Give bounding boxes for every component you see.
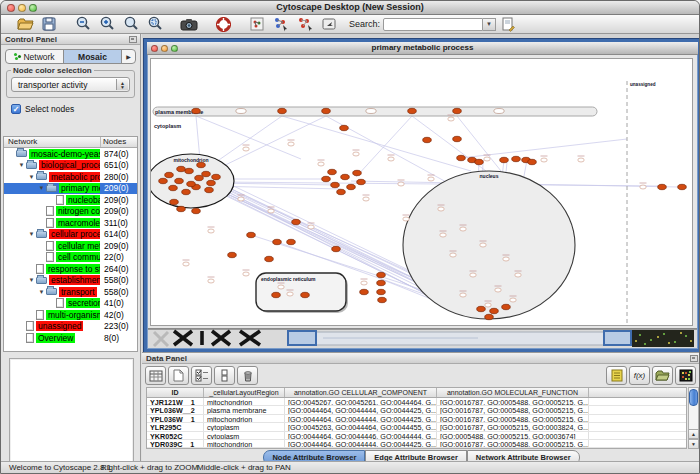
select-nodes-checkbox[interactable]: ✓ bbox=[11, 104, 21, 114]
expand-arrow[interactable]: ▼ bbox=[27, 277, 36, 283]
tree-row-biological-process[interactable]: ▼biological_process651(0) bbox=[4, 160, 137, 172]
file-icon bbox=[56, 195, 64, 205]
vizmapper-icon[interactable] bbox=[270, 16, 292, 33]
network-tree: Network Nodes mosaic-demo-yeast874(0) ▼b… bbox=[3, 136, 138, 352]
function-builder-icon[interactable]: f(x) bbox=[629, 366, 650, 385]
zoom-out-icon[interactable] bbox=[72, 16, 94, 33]
folder-icon bbox=[36, 173, 47, 180]
scrollbar-arrows[interactable]: ▲▼ bbox=[688, 429, 699, 449]
tree-count: 311(0) bbox=[104, 218, 128, 228]
tree-count: 558(0) bbox=[104, 287, 129, 297]
tree-label: unassigned bbox=[36, 321, 83, 331]
table-row[interactable]: YPL036W__2plasma membrane[GO:0044464, GO… bbox=[147, 406, 686, 414]
zoom-fit-icon[interactable] bbox=[120, 16, 142, 33]
expand-arrow[interactable]: ▼ bbox=[37, 185, 46, 191]
tab-overflow-arrow-icon[interactable]: ▶ bbox=[122, 50, 135, 63]
network-canvas[interactable]: plasma membrane cytoplasm mitochondrion … bbox=[150, 58, 693, 326]
table-row[interactable]: YPL036W__1mitochondrion[GO:0044464, GO:0… bbox=[147, 415, 686, 423]
new-attribute-icon[interactable] bbox=[168, 366, 189, 385]
expand-arrow[interactable]: ▼ bbox=[37, 289, 46, 295]
endoplasmic-reticulum-label: endoplasmic reticulum bbox=[261, 276, 316, 282]
table-row[interactable]: YJR121W__1mitochondrion[GO:0045267, GO:0… bbox=[147, 398, 686, 406]
tree-count: 209(0) bbox=[104, 183, 129, 193]
tree-row-cellular-process[interactable]: ▼cellular process614(0) bbox=[4, 229, 137, 241]
scroll-down-icon[interactable]: ▼ bbox=[688, 439, 699, 449]
network-view-window[interactable]: primary metabolic process bbox=[144, 39, 700, 352]
tree-row-primary-metabolic[interactable]: ▼primary metabo209(0) bbox=[4, 183, 137, 195]
network-graph[interactable]: plasma membrane cytoplasm mitochondrion … bbox=[151, 59, 694, 327]
attribute-table[interactable]: ID _cellularLayoutRegion annotation.GO C… bbox=[146, 387, 687, 449]
tree-row-nucleobase[interactable]: nucleobase-209(0) bbox=[4, 194, 137, 206]
snapshot-icon[interactable] bbox=[178, 16, 200, 33]
attribute-notes-icon[interactable] bbox=[606, 366, 627, 385]
tree-count: 8(0) bbox=[104, 333, 119, 343]
window-titlebar[interactable]: Cytoscape Desktop (New Session) bbox=[1, 1, 699, 15]
tab-network[interactable]: Network bbox=[6, 50, 64, 63]
file-icon bbox=[46, 218, 54, 228]
tree-col-nodes[interactable]: Nodes bbox=[101, 137, 137, 147]
network-window-titlebar[interactable]: primary metabolic process bbox=[147, 42, 698, 55]
tree-row-establishment[interactable]: ▼establishment of lo558(0) bbox=[4, 275, 137, 287]
help-ring-icon[interactable] bbox=[212, 16, 234, 33]
network-tab-icon bbox=[14, 53, 21, 60]
col-id[interactable]: ID bbox=[147, 388, 204, 397]
tree-row-multi-organism[interactable]: multi-organism pro42(0) bbox=[4, 309, 137, 321]
cell-id: YDR039C__1 bbox=[147, 440, 204, 447]
tree-row-nitrogen-compound[interactable]: nitrogen compo209(0) bbox=[4, 206, 137, 218]
tree-row-metabolic-process[interactable]: ▼metabolic process280(0) bbox=[4, 171, 137, 183]
import-attributes-icon[interactable] bbox=[652, 366, 673, 385]
tree-row-response-to-stimulus[interactable]: response to stimulu264(0) bbox=[4, 263, 137, 275]
tree-count: 651(0) bbox=[104, 160, 129, 170]
search-dropdown-arrow-icon[interactable]: ▼ bbox=[483, 18, 496, 31]
save-icon[interactable] bbox=[38, 16, 60, 33]
float-panel-icon[interactable] bbox=[690, 355, 698, 362]
import-network-icon[interactable] bbox=[246, 16, 268, 33]
tree-row-secretion[interactable]: secretion41(0) bbox=[4, 298, 137, 310]
tree-label: cell communicat bbox=[56, 252, 100, 262]
background-windows-strip[interactable] bbox=[148, 328, 697, 348]
tree-label: multi-organism pro bbox=[46, 310, 100, 320]
region-nucleus[interactable]: nucleus bbox=[403, 171, 575, 319]
tree-row-mosaic-demo-yeast[interactable]: mosaic-demo-yeast874(0) bbox=[4, 148, 137, 160]
tree-row-macromolecule[interactable]: macromolecule311(0) bbox=[4, 217, 137, 229]
select-attributes-icon[interactable] bbox=[191, 366, 212, 385]
tab-mosaic[interactable]: Mosaic bbox=[64, 50, 122, 63]
background-windows-graphic bbox=[148, 329, 697, 348]
zoom-in-icon[interactable] bbox=[96, 16, 118, 33]
tree-row-overview[interactable]: Overview8(0) bbox=[4, 332, 137, 344]
scroll-up-icon[interactable]: ▲ bbox=[688, 429, 699, 439]
col-region[interactable]: _cellularLayoutRegion bbox=[204, 388, 285, 397]
float-panel-icon[interactable] bbox=[129, 36, 137, 43]
birdseye-view[interactable] bbox=[9, 358, 134, 474]
annotation-icon[interactable] bbox=[318, 16, 340, 33]
tree-row-cell-communication[interactable]: cell communicat22(0) bbox=[4, 252, 137, 264]
zoom-selected-icon[interactable] bbox=[144, 16, 166, 33]
col-cellular-component[interactable]: annotation.GO CELLULAR_COMPONENT bbox=[285, 388, 437, 397]
table-row[interactable]: YDR039C__1mitochondrion[GO:0044464, GO:0… bbox=[147, 440, 686, 448]
scrollbar-thumb[interactable] bbox=[689, 389, 698, 406]
delete-attribute-icon[interactable] bbox=[237, 366, 258, 385]
expand-arrow[interactable]: ▼ bbox=[27, 174, 36, 180]
vizmapper-alt-icon[interactable] bbox=[294, 16, 316, 33]
tree-row-cellular-metabolic[interactable]: cellular metabo209(0) bbox=[4, 240, 137, 252]
table-row[interactable]: YLR295Ccytoplasm[GO:0045263, GO:0044464,… bbox=[147, 423, 686, 431]
search-input[interactable] bbox=[383, 18, 483, 31]
expand-arrow[interactable]: ▼ bbox=[17, 162, 26, 168]
attribute-table-icon[interactable] bbox=[145, 366, 166, 385]
data-panel-header: Data Panel bbox=[142, 353, 700, 364]
tree-row-unassigned[interactable]: unassigned223(0) bbox=[4, 321, 137, 333]
tree-row-transport[interactable]: ▼transport558(0) bbox=[4, 286, 137, 298]
advanced-search-icon[interactable] bbox=[497, 16, 519, 33]
expand-arrow[interactable]: ▼ bbox=[27, 231, 36, 237]
region-unassigned: unassigned bbox=[627, 81, 656, 325]
dropdown-stepper-icon[interactable]: ▲▼ bbox=[116, 79, 128, 90]
table-row[interactable]: YKR052Ccytoplasm[GO:0044464, GO:0044446,… bbox=[147, 432, 686, 440]
tree-col-network[interactable]: Network bbox=[4, 137, 101, 147]
open-folder-icon[interactable] bbox=[14, 16, 36, 33]
col-molecular-function[interactable]: annotation.GO MOLECULAR_FUNCTION bbox=[437, 388, 589, 397]
attribute-matrix-icon[interactable] bbox=[675, 366, 696, 385]
folder-icon bbox=[46, 288, 57, 295]
node-color-dropdown[interactable]: transporter activity ▲▼ bbox=[11, 77, 130, 92]
tree-count: 41(0) bbox=[104, 298, 124, 308]
unselect-attributes-icon[interactable] bbox=[214, 366, 235, 385]
